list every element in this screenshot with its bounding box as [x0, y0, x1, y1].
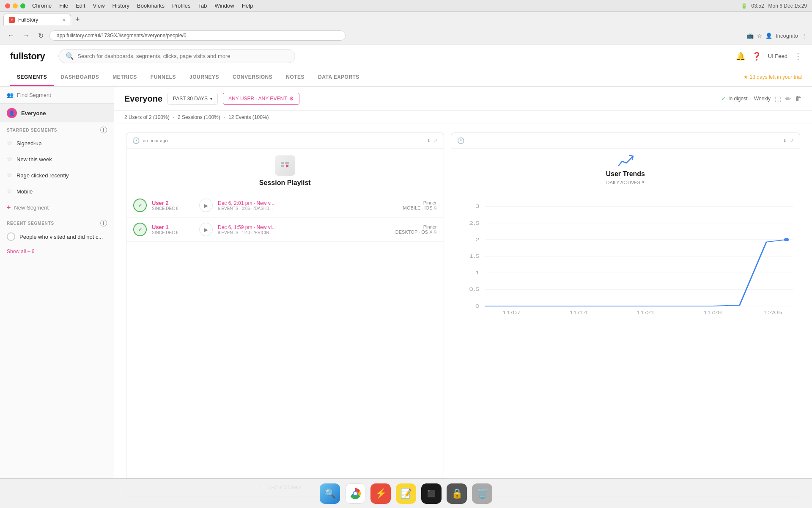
rage-clicked-star-icon[interactable]: ☆ — [7, 171, 12, 179]
trends-title: User Trends — [451, 170, 800, 178]
nav-notes[interactable]: NOTES — [279, 69, 311, 86]
signed-up-star-icon[interactable]: ☆ — [7, 139, 12, 147]
session0-play-button[interactable]: ▶ — [199, 199, 213, 212]
search-bar[interactable]: 🔍 — [58, 49, 295, 63]
search-input[interactable] — [77, 53, 288, 59]
nav-journeys[interactable]: JOURNEYS — [183, 69, 226, 86]
user1-avatar: ✓ — [133, 223, 147, 236]
dock-reeder[interactable]: ⚡ — [370, 483, 391, 504]
sidebar-rage-clicked[interactable]: ☆ Rage clicked recently — [0, 167, 114, 183]
svg-text:12/05: 12/05 — [764, 310, 782, 315]
dock-terminal[interactable]: ⬛ — [421, 483, 442, 504]
url-input[interactable] — [49, 30, 346, 41]
session-item-0[interactable]: ✓ User 2 SINCE DEC 6 ▶ Dec 6, 2:01 pm · … — [126, 193, 444, 218]
ui-feed-button[interactable]: UI Feed — [768, 53, 787, 59]
minimize-window-button[interactable] — [13, 3, 18, 8]
trial-star-icon: ★ — [743, 74, 748, 80]
nav-conversions[interactable]: CONVERSIONS — [226, 69, 279, 86]
user2-name[interactable]: User 2 — [152, 200, 194, 206]
trends-subtitle[interactable]: DAILY ACTIVES ▾ — [451, 179, 800, 185]
nav-dashboards[interactable]: DASHBOARDS — [54, 69, 106, 86]
incognito-label: Incognito — [776, 33, 798, 39]
edit-action-icon[interactable]: ✏ — [785, 95, 791, 103]
menu-file[interactable]: File — [59, 3, 68, 9]
playlist-expand-icon[interactable]: ⤢ — [434, 138, 438, 144]
session0-device-info: Pinner MOBILE · IOS ⎘ — [403, 200, 437, 210]
event-filter-button[interactable]: ANY USER · ANY EVENT ⚙ — [223, 93, 299, 105]
sidebar-signed-up[interactable]: ☆ Signed-up — [0, 135, 114, 151]
trial-badge: ★ 13 days left in your trial — [743, 74, 802, 80]
session0-platform-label: MOBILE · IOS — [403, 205, 433, 210]
menu-window[interactable]: Window — [214, 3, 234, 9]
new-segment-button[interactable]: + New Segment — [0, 199, 114, 215]
session1-copy-icon[interactable]: ⎘ — [434, 229, 437, 235]
back-button[interactable]: ← — [5, 31, 17, 40]
nav-metrics[interactable]: METRICS — [106, 69, 144, 86]
menu-edit[interactable]: Edit — [76, 3, 85, 9]
more-options-icon[interactable]: ⋮ — [801, 33, 807, 39]
mobile-star-icon[interactable]: ☆ — [7, 188, 12, 195]
sidebar-new-this-week[interactable]: ☆ New this week — [0, 151, 114, 167]
dock-trash[interactable]: 🗑️ — [472, 483, 492, 504]
help-icon[interactable]: ❓ — [752, 52, 761, 61]
menu-help[interactable]: Help — [242, 3, 253, 9]
everyone-avatar: 👤 — [7, 108, 17, 118]
days-filter-button[interactable]: PAST 30 DAYS ▾ — [167, 93, 218, 105]
reload-button[interactable]: ↻ — [36, 31, 46, 41]
nav-funnels[interactable]: FUNNELS — [144, 69, 183, 86]
session1-title[interactable]: Dec 6, 1:59 pm · New vi... — [218, 224, 390, 230]
active-tab[interactable]: F FullStory × — [3, 14, 71, 25]
new-this-week-star-icon[interactable]: ☆ — [7, 155, 12, 163]
menu-tab[interactable]: Tab — [198, 3, 207, 9]
session0-copy-icon[interactable]: ⎘ — [434, 205, 437, 210]
content-actions: ✓ In digest · Weekly ⬚ ✏ 🗑 — [721, 95, 802, 103]
cast-icon[interactable]: 📺 — [747, 33, 754, 39]
recent-info-icon[interactable]: i — [100, 220, 107, 226]
tab-close-button[interactable]: × — [62, 17, 66, 23]
nav-segments[interactable]: SEGMENTS — [10, 69, 54, 86]
menu-view[interactable]: View — [93, 3, 105, 9]
session1-play-button[interactable]: ▶ — [199, 223, 213, 236]
event-filter-settings-icon[interactable]: ⚙ — [289, 96, 294, 102]
delete-action-icon[interactable]: 🗑 — [795, 95, 802, 102]
starred-info-icon[interactable]: i — [100, 127, 107, 133]
nav-bar: SEGMENTS DASHBOARDS METRICS FUNNELS JOUR… — [0, 68, 812, 87]
notifications-icon[interactable]: 🔔 — [736, 52, 745, 61]
copy-action-icon[interactable]: ⬚ — [775, 95, 781, 103]
window-controls[interactable] — [5, 3, 25, 8]
forward-button[interactable]: → — [20, 31, 32, 40]
bookmark-icon[interactable]: ☆ — [757, 33, 762, 39]
user1-name[interactable]: User 1 — [152, 224, 194, 230]
dock-finder[interactable]: 🔍 — [320, 483, 340, 504]
dock-notes[interactable]: 📝 — [396, 483, 416, 504]
find-segment-input[interactable] — [17, 92, 107, 98]
dock-chrome[interactable] — [345, 483, 365, 504]
maximize-window-button[interactable] — [20, 3, 25, 8]
trends-subtitle-chevron[interactable]: ▾ — [642, 179, 645, 185]
sidebar-everyone[interactable]: 👤 Everyone — [0, 104, 114, 122]
show-all-button[interactable]: Show all – 6 — [0, 245, 114, 258]
playlist-download-icon[interactable]: ⬇ — [427, 138, 431, 144]
dock-lock[interactable]: 🔒 — [447, 483, 467, 504]
trends-download-icon[interactable]: ⬇ — [783, 138, 787, 144]
menu-profiles[interactable]: Profiles — [172, 3, 190, 9]
recent-section-header: RECENT SEGMENTS i — [0, 215, 114, 228]
more-menu-icon[interactable]: ⋮ — [794, 52, 802, 61]
session-item-1[interactable]: ✓ User 1 SINCE DEC 6 ▶ Dec 6, 1:59 pm · … — [126, 218, 444, 242]
svg-text:0.5: 0.5 — [469, 287, 479, 292]
sidebar-mobile[interactable]: ☆ Mobile — [0, 183, 114, 199]
menu-history[interactable]: History — [112, 3, 129, 9]
menu-bookmarks[interactable]: Bookmarks — [137, 3, 165, 9]
session0-title[interactable]: Dec 6, 2:01 pm · New v... — [218, 200, 398, 206]
svg-text:2.5: 2.5 — [469, 221, 479, 225]
recent-item-0[interactable]: People who visited and did not c... — [0, 228, 114, 245]
close-window-button[interactable] — [5, 3, 10, 8]
nav-data-exports[interactable]: DATA EXPORTS — [311, 69, 366, 86]
menu-chrome[interactable]: Chrome — [32, 3, 52, 9]
new-tab-button[interactable]: + — [73, 15, 82, 24]
recent-dot-icon — [7, 232, 15, 241]
sessions-stat: 2 Sessions (100%) — [178, 114, 220, 120]
profile-icon[interactable]: 👤 — [765, 33, 772, 39]
recent-section-title: RECENT SEGMENTS — [7, 221, 54, 226]
trends-expand-icon[interactable]: ⤢ — [790, 138, 794, 144]
